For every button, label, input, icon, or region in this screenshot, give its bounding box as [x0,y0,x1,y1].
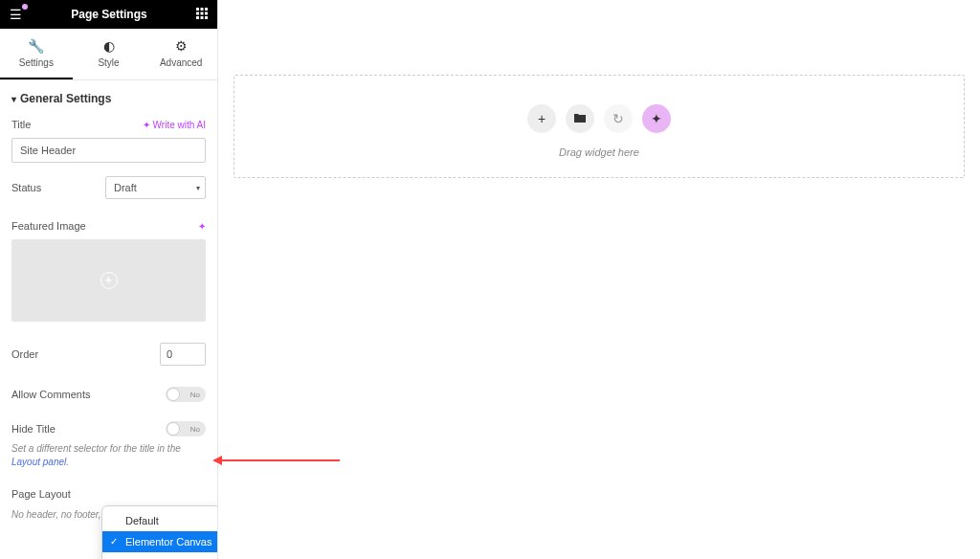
hide-title-label: Hide Title [11,423,56,435]
wrench-icon: 🔧 [28,38,44,54]
gear-icon: ⚙ [175,38,188,54]
history-button[interactable]: ↻ [604,104,633,133]
allow-comments-label: Allow Comments [11,389,91,400]
dropdown-item-default[interactable]: Default [102,510,217,531]
featured-image-upload[interactable]: + [11,239,206,322]
panel-title: Page Settings [22,8,196,21]
drag-hint: Drag widget here [559,146,639,158]
add-section-button[interactable]: + [527,104,556,133]
svg-rect-4 [201,11,204,14]
order-input[interactable] [160,343,206,366]
toggle-knob [167,422,180,436]
svg-rect-8 [205,16,208,19]
svg-rect-6 [196,16,199,19]
layout-panel-link[interactable]: Layout panel [11,457,66,467]
canvas-action-buttons: + ↻ ✦ [527,104,671,133]
svg-rect-0 [196,8,199,11]
selector-note: Set a different selector for the title i… [11,442,206,469]
editor-sidebar: ☰ Page Settings 🔧 Settings ◐ Style ⚙ Adv… [0,0,218,559]
plus-icon: + [100,272,118,289]
apps-icon[interactable] [196,8,208,22]
sidebar-top-bar: ☰ Page Settings [0,0,217,29]
allow-comments-toggle[interactable]: No [166,387,206,402]
sparkle-icon: ✦ [651,111,662,126]
title-input[interactable] [11,138,206,163]
folder-icon [573,111,587,126]
write-with-ai-link[interactable]: ✦ Write with AI [143,120,206,130]
dropdown-item-elementor-full-width[interactable]: Elementor Full Width [102,552,217,559]
ai-button[interactable]: ✦ [642,104,671,133]
svg-rect-3 [196,11,199,14]
section-header-general[interactable]: ▾ General Settings [11,92,206,105]
hamburger-icon[interactable]: ☰ [10,7,22,22]
refresh-icon: ↻ [612,111,624,126]
tab-advanced[interactable]: ⚙ Advanced [145,29,217,79]
editor-canvas: + ↻ ✦ Drag widget here [218,0,980,559]
svg-rect-5 [205,11,208,14]
page-layout-label: Page Layout [11,488,71,500]
tab-bar: 🔧 Settings ◐ Style ⚙ Advanced [0,29,217,80]
hide-title-toggle[interactable]: No [166,421,206,436]
featured-image-label: Featured Image [11,220,86,232]
svg-rect-2 [205,8,208,11]
sparkle-icon: ✦ [143,120,150,130]
contrast-icon: ◐ [103,38,115,54]
tab-label: Style [98,57,119,68]
page-layout-dropdown[interactable]: Default ✓Elementor Canvas Elementor Full… [101,505,217,559]
title-label: Title [11,119,31,130]
tab-label: Advanced [160,57,202,68]
order-label: Order [11,348,38,360]
toggle-knob [167,388,180,401]
plus-icon: + [538,111,546,126]
svg-rect-7 [201,16,204,19]
widget-drop-zone[interactable]: + ↻ ✦ Drag widget here [234,75,965,178]
tab-label: Settings [19,57,54,68]
status-label: Status [11,182,41,193]
svg-rect-1 [201,8,204,11]
tab-settings[interactable]: 🔧 Settings [0,29,73,79]
section-title: General Settings [20,92,111,105]
check-icon: ✓ [110,536,118,547]
dropdown-item-elementor-canvas[interactable]: ✓Elementor Canvas [102,531,217,552]
sparkle-icon[interactable]: ✦ [198,221,206,232]
status-select[interactable]: Draft [105,176,206,199]
tab-style[interactable]: ◐ Style [73,29,145,79]
settings-panel: ▾ General Settings Title ✦ Write with AI… [0,80,217,559]
folder-button[interactable] [566,104,594,133]
caret-down-icon: ▾ [11,94,16,104]
